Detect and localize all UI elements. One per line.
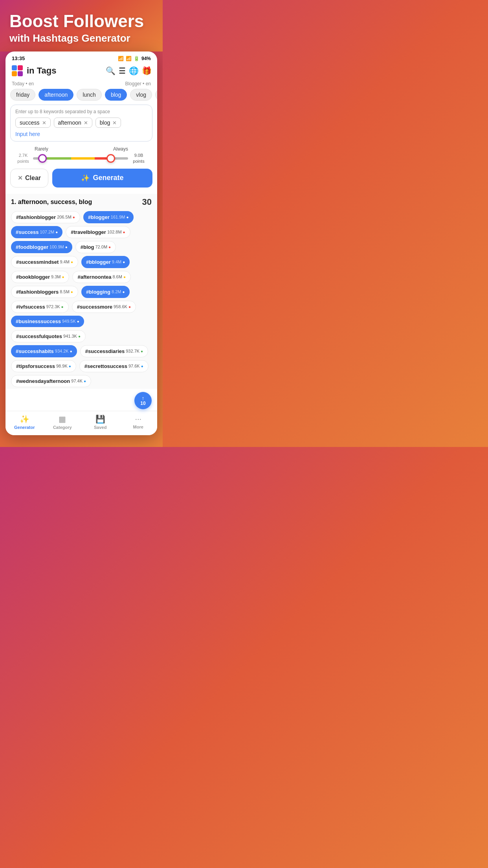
hashtag-dot-icon: ● <box>73 215 75 219</box>
hashtag-row: #successmindset9.4M●#bblogger9.4M● <box>11 256 152 268</box>
hashtag-chip[interactable]: #fashionblogger206.5M● <box>11 211 80 223</box>
hashtag-chip[interactable]: #foodblogger100.9M● <box>11 241 72 253</box>
hashtag-dot-icon: ● <box>128 305 131 309</box>
hashtag-chip[interactable]: #secrettosuccess97.6K● <box>79 360 149 372</box>
hashtag-row: #successhabits934.2K●#successdiaries932.… <box>11 345 152 357</box>
hashtag-chip[interactable]: #bblogger9.4M● <box>81 256 130 268</box>
battery-icon: 🔋 <box>134 56 139 61</box>
hashtag-count: 97.6K <box>128 364 140 368</box>
hashtag-chip[interactable]: #successmore958.6K● <box>72 301 136 313</box>
input-tag-label: blog <box>100 120 110 126</box>
hashtag-chip[interactable]: #bookblogger9.3M● <box>11 271 69 283</box>
hashtag-count: 958.6K <box>114 304 127 309</box>
hashtag-dot-icon: ● <box>141 349 143 353</box>
hashtag-chip[interactable]: #afternoontea8.6M● <box>72 271 130 283</box>
hashtag-chip[interactable]: #wednesdayafternoon97.4K● <box>11 375 91 387</box>
hashtag-chip[interactable]: #successmindset9.4M● <box>11 256 78 268</box>
nav-item-generator[interactable]: ✨ Generator <box>6 414 44 430</box>
generate-wand-icon: ✨ <box>81 174 90 182</box>
hashtag-count: 8.5M <box>60 289 69 294</box>
slider-section: Rarely Always 2.7Kpoints 9.0Bpoints <box>10 142 152 164</box>
hashtag-row: #ivfsuccess972.3K●#successmore958.6K● <box>11 301 152 313</box>
tag-chip[interactable]: vlog <box>130 89 152 101</box>
nav-item-saved[interactable]: 💾 Saved <box>81 414 119 430</box>
hashtag-chip[interactable]: #successfulquotes941.3K● <box>11 330 86 342</box>
tag-chip[interactable]: blog <box>105 89 127 101</box>
hashtag-chip[interactable]: #blogger161.9M● <box>83 211 134 223</box>
hashtag-dot-icon: ● <box>108 245 111 249</box>
hashtag-chip[interactable]: #fashionbloggers8.5M● <box>11 286 78 298</box>
clear-button[interactable]: ✕ Clear <box>10 169 48 188</box>
hashtag-row: #tipsforsuccess98.9K●#secrettosuccess97.… <box>11 360 152 372</box>
fab-arrow-icon: ↑ <box>142 395 145 401</box>
hashtag-chip[interactable]: #success107.2M● <box>11 226 62 238</box>
hashtag-chip[interactable]: #successdiaries932.7K● <box>80 345 148 357</box>
generate-label: Generate <box>93 174 123 182</box>
bottom-nav: ✨ Generator ▦ Category 💾 Saved ··· More <box>6 411 157 435</box>
hashtag-name: #afternoontea <box>77 274 111 280</box>
hashtag-dot-icon: ● <box>62 275 64 279</box>
hashtag-count: 934.2K <box>55 349 69 353</box>
nav-item-more[interactable]: ··· More <box>119 414 158 430</box>
hashtag-name: #successfulquotes <box>16 333 62 339</box>
hashtag-chip[interactable]: #ivfsuccess972.3K● <box>11 301 69 313</box>
hashtag-count: 206.5M <box>57 215 72 219</box>
hashtag-chip[interactable]: #blog72.0M● <box>75 241 116 253</box>
tag-chip[interactable]: lunch <box>77 89 101 101</box>
points-right: 9.0Bpoints <box>130 153 147 164</box>
hashtag-chip[interactable]: #businesssuccess949.5K● <box>11 316 84 327</box>
input-tag-remove[interactable]: ✕ <box>84 120 88 126</box>
nav-label: Category <box>53 425 72 430</box>
hashtag-chip[interactable]: #tipsforsuccess98.9K● <box>11 360 76 372</box>
hashtag-dot-icon: ● <box>77 319 79 324</box>
hashtag-count: 972.3K <box>46 304 60 309</box>
status-time: 13:35 <box>12 55 25 61</box>
hashtag-chip[interactable]: #blogging8.2M● <box>81 286 130 298</box>
fab-button[interactable]: ↑ 10 <box>134 392 152 409</box>
hashtag-name: #businesssuccess <box>16 318 61 324</box>
tag-chip[interactable]: afternoon <box>39 89 73 101</box>
hashtag-name: #wednesdayafternoon <box>16 378 70 384</box>
hashtag-name: #fashionblogger <box>16 214 56 220</box>
slider-track[interactable] <box>33 157 128 160</box>
nav-icon: ··· <box>135 414 141 423</box>
hashtag-name: #success <box>16 229 39 235</box>
hashtag-name: #ivfsuccess <box>16 304 45 310</box>
hashtag-count: 72.0M <box>95 245 107 249</box>
hashtag-name: #blogger <box>88 214 110 220</box>
tag-chip[interactable]: friday <box>10 89 35 101</box>
hashtag-dot-icon: ● <box>78 334 81 338</box>
hashtag-dot-icon: ● <box>71 290 73 294</box>
nav-item-category[interactable]: ▦ Category <box>44 414 82 430</box>
phone-frame: 13:35 📶 📶 🔋 94% in Tags 🔍 ☰ 🌐 🎁 Today • … <box>6 51 157 435</box>
fab-count: 10 <box>140 401 145 406</box>
hashtag-chip[interactable]: #travelblogger102.8M● <box>66 226 130 238</box>
input-tag-remove[interactable]: ✕ <box>112 120 117 126</box>
results-title: 1. afternoon, success, blog <box>11 199 92 206</box>
input-placeholder[interactable]: Input here <box>15 131 40 137</box>
search-icon[interactable]: 🔍 <box>106 66 116 75</box>
hashtag-name: #blogging <box>86 289 110 295</box>
filter-icon[interactable]: ☰ <box>119 66 126 75</box>
tag-chip[interactable]: vine <box>155 89 157 101</box>
hashtag-chip[interactable]: #successhabits934.2K● <box>11 345 77 357</box>
battery-percent: 94% <box>141 56 151 61</box>
hashtag-count: 949.5K <box>62 319 76 324</box>
gift-icon[interactable]: 🎁 <box>142 66 152 75</box>
hashtag-name: #fashionbloggers <box>16 289 59 295</box>
hero-subtitle: with Hashtags Generator <box>9 32 153 44</box>
generate-button[interactable]: ✨ Generate <box>52 169 152 188</box>
svg-rect-1 <box>18 65 23 70</box>
hashtag-count: 9.3M <box>51 274 61 279</box>
slider-thumb-left[interactable] <box>38 154 47 163</box>
globe-icon[interactable]: 🌐 <box>129 66 139 75</box>
action-buttons: ✕ Clear ✨ Generate <box>6 164 157 194</box>
hashtag-name: #successmore <box>77 304 112 310</box>
hashtag-dot-icon: ● <box>84 379 86 383</box>
suggestions-right: Blogger • en <box>125 81 151 86</box>
input-tag-remove[interactable]: ✕ <box>42 120 46 126</box>
wifi-icon: 📶 <box>118 56 124 61</box>
slider-thumb-right[interactable] <box>106 154 115 163</box>
svg-rect-0 <box>12 65 17 70</box>
hashtag-count: 8.6M <box>112 274 122 279</box>
